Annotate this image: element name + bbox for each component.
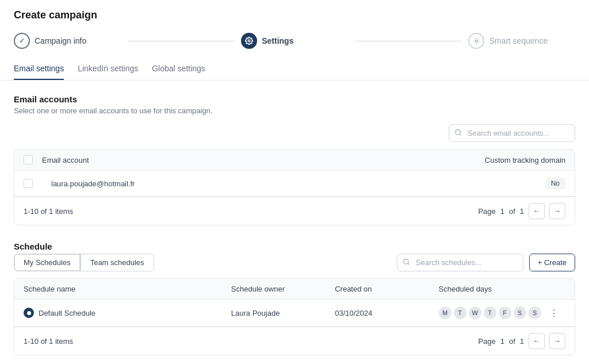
step-label-settings: Settings (262, 36, 293, 45)
email-search-wrap (449, 124, 575, 142)
page-title: Create campaign (14, 9, 575, 21)
email-accounts-section: Email accounts Select one or more email … (14, 94, 575, 225)
scheduled-days: M T W T F S S (439, 306, 542, 319)
next-page-button[interactable]: → (549, 203, 565, 219)
row-checkbox[interactable] (24, 179, 33, 188)
radio-inner (27, 311, 31, 315)
progress-steps: ✓ Campaign info Settings (14, 33, 575, 49)
tab-linkedin-settings[interactable]: LinkedIn settings (78, 58, 138, 80)
day-badge-s2: S (529, 306, 541, 319)
tab-global-settings[interactable]: Global settings (152, 58, 205, 80)
svg-point-0 (248, 40, 250, 42)
col-created-on: Created on (335, 285, 438, 293)
step-smart-sequence: Smart sequence (468, 33, 575, 49)
email-accounts-table: Email account Custom tracking domain lau… (14, 149, 575, 225)
email-table-header: Email account Custom tracking domain (14, 150, 575, 171)
step-divider-2 (355, 41, 462, 41)
step-settings: Settings (241, 33, 348, 49)
day-badge-f: F (499, 306, 511, 319)
step-icon-campaign-info: ✓ (14, 33, 30, 49)
schedule-table-footer: 1-10 of 1 items Page 1 of 1 ← → (14, 327, 575, 355)
email-table-footer: 1-10 of 1 items Page 1 of 1 ← → (14, 197, 575, 225)
col-schedule-owner: Schedule owner (231, 285, 335, 293)
step-label-campaign-info: Campaign info (35, 36, 86, 45)
of-label: of (509, 207, 515, 216)
email-accounts-desc: Select one or more email accounts to use… (14, 106, 575, 115)
schedule-name: Default Schedule (39, 309, 95, 317)
step-icon-smart-sequence (468, 33, 484, 49)
email-pagination: Page 1 of 1 ← → (478, 203, 565, 219)
sched-page-label: Page (478, 337, 495, 346)
step-campaign-info: ✓ Campaign info (14, 33, 121, 49)
day-badge-m: M (439, 306, 452, 319)
schedule-search-input[interactable] (397, 254, 523, 271)
create-schedule-button[interactable]: + Create (529, 254, 575, 271)
email-address: laura.poujade@hotmail.fr (51, 179, 450, 188)
header-checkbox[interactable] (24, 155, 33, 164)
sched-total-pages: 1 (520, 337, 524, 346)
step-label-smart-sequence: Smart sequence (489, 36, 548, 45)
schedule-search-icon (403, 258, 410, 267)
schedule-table-header: Schedule name Schedule owner Created on … (14, 279, 575, 300)
schedule-section: Schedule My Schedules Team schedules + C… (14, 242, 575, 355)
day-badge-t1: T (454, 306, 466, 319)
settings-tabs: Email settings LinkedIn settings Global … (14, 58, 575, 80)
schedule-title: Schedule (14, 242, 575, 251)
prev-page-button[interactable]: ← (529, 203, 545, 219)
schedule-radio[interactable] (24, 308, 34, 318)
current-page: 1 (500, 207, 504, 216)
schedule-created-on: 03/10/2024 (335, 309, 438, 317)
tab-email-settings[interactable]: Email settings (14, 58, 64, 80)
my-schedules-tab[interactable]: My Schedules (14, 254, 81, 271)
day-badge-s1: S (514, 306, 526, 319)
schedule-pagination: Page 1 of 1 ← → (478, 333, 565, 349)
svg-point-2 (456, 129, 461, 135)
schedule-items-count: 1-10 of 1 items (24, 337, 73, 346)
sched-prev-page-button[interactable]: ← (529, 333, 545, 349)
email-search-input[interactable] (449, 124, 575, 142)
email-items-count: 1-10 of 1 items (24, 207, 73, 216)
total-pages: 1 (520, 207, 524, 216)
step-divider-1 (128, 41, 235, 41)
email-accounts-title: Email accounts (14, 94, 575, 104)
day-badge-t2: T (484, 306, 496, 319)
schedule-right-controls: + Create (397, 254, 575, 271)
schedule-tab-group: My Schedules Team schedules (14, 254, 154, 271)
day-badge-w: W (469, 306, 481, 319)
svg-point-1 (475, 40, 477, 42)
page-label: Page (478, 207, 495, 216)
sched-of-label: of (509, 337, 515, 346)
col-actions (542, 285, 565, 293)
schedule-row: Default Schedule Laura Poujade 03/10/202… (14, 300, 575, 327)
schedule-search-wrap (397, 254, 523, 271)
schedule-table: Schedule name Schedule owner Created on … (14, 278, 575, 355)
schedule-controls: My Schedules Team schedules + Create (14, 254, 575, 271)
schedule-name-cell: Default Schedule (24, 308, 231, 318)
sched-current-page: 1 (500, 337, 504, 346)
tracking-badge: No (545, 178, 565, 189)
sched-next-page-button[interactable]: → (549, 333, 565, 349)
table-row: laura.poujade@hotmail.fr No (14, 171, 575, 197)
more-options-button[interactable]: ⋮ (542, 308, 565, 319)
team-schedules-tab[interactable]: Team schedules (81, 254, 154, 271)
search-icon (454, 129, 462, 138)
col-schedule-name: Schedule name (24, 285, 231, 293)
col-scheduled-days: Scheduled days (439, 285, 542, 293)
col-header-tracking: Custom tracking domain (450, 156, 565, 164)
col-header-email: Email account (42, 156, 450, 164)
svg-point-3 (403, 259, 408, 264)
schedule-owner: Laura Poujade (231, 309, 335, 317)
step-icon-settings (241, 33, 257, 49)
